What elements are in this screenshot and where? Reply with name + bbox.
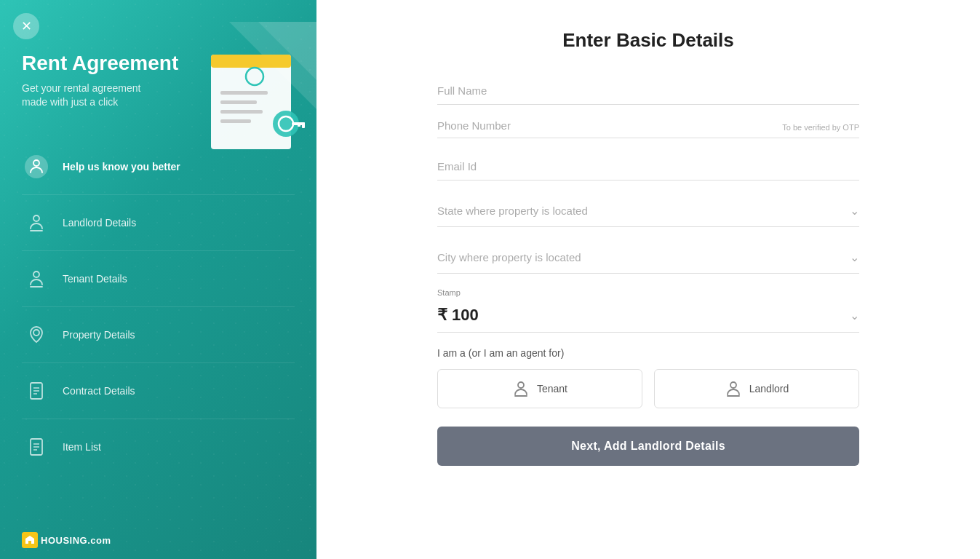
svg-point-18 xyxy=(33,271,39,277)
sidebar-title: Rent Agreement xyxy=(22,51,295,76)
stamp-value: ₹ 100 xyxy=(437,306,479,325)
stamp-chevron-icon: ⌄ xyxy=(850,309,859,322)
state-select[interactable]: State where property is located ⌄ xyxy=(437,195,859,227)
person-icon xyxy=(22,152,51,181)
housing-logo: HOUSING.com xyxy=(22,532,295,548)
sidebar-item-know-better[interactable]: Help us know you better xyxy=(22,139,295,195)
tenant-button[interactable]: Tenant xyxy=(437,369,642,408)
sidebar-item-label-items: Item List xyxy=(63,441,101,453)
svg-point-20 xyxy=(33,330,39,336)
svg-point-33 xyxy=(730,382,736,388)
city-select-label: City where property is located xyxy=(437,251,581,263)
full-name-field xyxy=(437,77,859,105)
next-button[interactable]: Next, Add Landlord Details xyxy=(437,427,859,466)
sidebar-item-items[interactable]: Item List xyxy=(22,419,295,475)
close-button[interactable]: ✕ xyxy=(13,13,39,39)
sidebar-subtitle: Get your rental agreementmade with just … xyxy=(22,82,295,110)
form-container: Enter Basic Details To be verified by OT… xyxy=(437,29,859,466)
svg-rect-14 xyxy=(25,155,48,178)
phone-field: To be verified by OTP xyxy=(437,119,859,138)
full-name-input[interactable] xyxy=(437,77,859,105)
email-input[interactable] xyxy=(437,153,859,181)
landlord-button[interactable]: Landlord xyxy=(654,369,859,408)
stamp-label: Stamp xyxy=(437,288,859,297)
role-label: I am a (or I am an agent for) xyxy=(437,347,859,359)
sidebar-item-label-know-better: Help us know you better xyxy=(63,161,180,173)
state-select-label: State where property is located xyxy=(437,205,588,217)
sidebar-item-tenant[interactable]: Tenant Details xyxy=(22,251,295,307)
items-nav-icon xyxy=(22,432,51,461)
sidebar: ✕ Rent Agreement Get your rental agreeme… xyxy=(0,0,316,559)
sidebar-item-label-tenant: Tenant Details xyxy=(63,273,127,285)
sidebar-content: ✕ Rent Agreement Get your rental agreeme… xyxy=(0,0,316,521)
sidebar-item-label-contract: Contract Details xyxy=(63,385,135,397)
phone-input[interactable] xyxy=(437,119,775,132)
email-field xyxy=(437,153,859,181)
sidebar-item-landlord[interactable]: Landlord Details xyxy=(22,195,295,251)
otp-hint: To be verified by OTP xyxy=(782,123,859,132)
sidebar-item-contract[interactable]: Contract Details xyxy=(22,363,295,419)
city-select[interactable]: City where property is located ⌄ xyxy=(437,242,859,274)
logo-text: HOUSING.com xyxy=(41,535,111,546)
sidebar-item-property[interactable]: Property Details xyxy=(22,307,295,363)
stamp-select[interactable]: ₹ 100 ⌄ xyxy=(437,300,859,333)
tenant-icon xyxy=(512,380,530,397)
stamp-section: Stamp ₹ 100 ⌄ xyxy=(437,288,859,333)
tenant-button-label: Tenant xyxy=(537,383,567,395)
landlord-icon xyxy=(725,380,742,397)
state-chevron-icon: ⌄ xyxy=(850,204,859,218)
landlord-button-label: Landlord xyxy=(749,383,789,395)
close-icon: ✕ xyxy=(21,18,32,34)
main-content: Enter Basic Details To be verified by OT… xyxy=(316,0,980,559)
role-buttons: Tenant Landlord xyxy=(437,369,859,408)
tenant-nav-icon xyxy=(22,264,51,293)
sidebar-footer: HOUSING.com xyxy=(0,521,316,559)
sidebar-nav: Help us know you better Landlord Details xyxy=(22,139,295,507)
landlord-nav-icon xyxy=(22,208,51,237)
sidebar-item-label-landlord: Landlord Details xyxy=(63,217,136,229)
city-chevron-icon: ⌄ xyxy=(850,250,859,264)
property-nav-icon xyxy=(22,320,51,349)
svg-rect-30 xyxy=(28,541,31,544)
svg-point-31 xyxy=(518,382,524,388)
svg-point-16 xyxy=(33,215,39,221)
role-section: I am a (or I am an agent for) Tenant xyxy=(437,347,859,408)
sidebar-item-label-property: Property Details xyxy=(63,329,135,341)
contract-nav-icon xyxy=(22,376,51,405)
form-title: Enter Basic Details xyxy=(437,29,859,52)
